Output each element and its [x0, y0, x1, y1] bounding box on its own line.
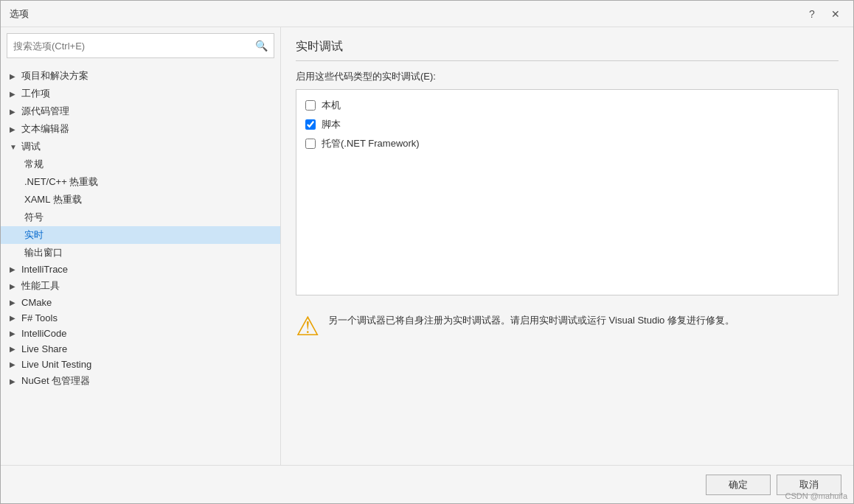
tree-item-symbol[interactable]: 符号	[1, 209, 280, 226]
warning-icon: ⚠	[296, 313, 319, 340]
sidebar: 🔍 ▶ 项目和解决方案 ▶ 工作项 ▶ 源代码管理	[1, 27, 281, 465]
tree-item-label: IntelliTrace	[21, 264, 68, 275]
tree-item-label: 常规	[24, 158, 44, 171]
tree-item-label: 实时	[24, 228, 44, 242]
options-dialog: 选项 ? ✕ 🔍 ▶ 项目和解决方案 ▶ 工作项	[0, 0, 854, 504]
arrow-icon: ▶	[10, 314, 18, 322]
arrow-icon: ▶	[10, 377, 18, 385]
checkbox-managed-label[interactable]: 托管(.NET Framework)	[322, 137, 420, 150]
arrow-icon: ▶	[10, 360, 18, 368]
tree-item-label: IntelliCode	[21, 328, 66, 339]
arrow-icon: ▶	[10, 125, 18, 133]
tree-item-project[interactable]: ▶ 项目和解决方案	[1, 67, 280, 85]
checkbox-script-label[interactable]: 脚本	[322, 118, 341, 131]
tree-item-label: CMake	[21, 297, 52, 308]
watermark: CSDN @mahuifa	[785, 491, 847, 500]
checkbox-row-script: 脚本	[302, 115, 832, 134]
warning-text: 另一个调试器已将自身注册为实时调试器。请启用实时调试或运行 Visual Stu…	[328, 313, 735, 329]
tree-item-intellicode[interactable]: ▶ IntelliCode	[1, 326, 280, 341]
checkbox-list: 本机 脚本 托管(.NET Framework)	[296, 89, 839, 295]
tree-item-cmake[interactable]: ▶ CMake	[1, 295, 280, 310]
checkbox-row-managed: 托管(.NET Framework)	[302, 134, 832, 153]
dialog-footer: 确定 取消	[1, 465, 853, 503]
arrow-icon: ▶	[10, 282, 18, 290]
dialog-body: 🔍 ▶ 项目和解决方案 ▶ 工作项 ▶ 源代码管理	[1, 27, 853, 465]
arrow-icon: ▶	[10, 72, 18, 80]
checkbox-native[interactable]	[305, 100, 316, 111]
title-bar: 选项 ? ✕	[1, 1, 853, 27]
help-button[interactable]: ?	[803, 5, 821, 23]
tree-item-label: 工作项	[21, 87, 50, 100]
arrow-icon: ▶	[10, 90, 18, 98]
arrow-icon: ▼	[10, 143, 18, 151]
tree-item-perf[interactable]: ▶ 性能工具	[1, 277, 280, 295]
tree-item-netcpp[interactable]: .NET/C++ 热重载	[1, 173, 280, 191]
tree-item-label: Live Unit Testing	[21, 359, 91, 370]
tree-item-label: .NET/C++ 热重载	[24, 175, 98, 189]
arrow-icon: ▶	[10, 108, 18, 116]
arrow-icon: ▶	[10, 265, 18, 273]
tree-item-label: 调试	[21, 140, 41, 153]
tree-item-realtime[interactable]: 实时	[1, 226, 280, 244]
tree-item-debug[interactable]: ▼ 调试	[1, 138, 280, 155]
tree-item-fsharp[interactable]: ▶ F# Tools	[1, 310, 280, 326]
tree-item-label: Live Share	[21, 343, 67, 354]
search-input[interactable]	[13, 41, 255, 52]
tree-item-label: NuGet 包管理器	[21, 374, 90, 388]
search-icon: 🔍	[255, 40, 268, 52]
tree-item-label: 输出窗口	[24, 246, 63, 259]
ok-button[interactable]: 确定	[706, 475, 771, 495]
tree-item-label: 性能工具	[21, 279, 60, 293]
checkbox-script[interactable]	[305, 119, 316, 130]
tree-item-label: 源代码管理	[21, 105, 69, 118]
tree-item-xaml[interactable]: XAML 热重载	[1, 191, 280, 209]
checkbox-row-native: 本机	[302, 96, 832, 115]
tree-item-label: F# Tools	[21, 312, 58, 323]
checkbox-native-label[interactable]: 本机	[322, 99, 341, 112]
tree-item-label: 文本编辑器	[21, 122, 69, 136]
tree-item-liveshare[interactable]: ▶ Live Share	[1, 341, 280, 357]
tree-item-general[interactable]: 常规	[1, 155, 280, 173]
dialog-title: 选项	[10, 7, 803, 21]
tree-item-label: 项目和解决方案	[21, 69, 88, 83]
tree: ▶ 项目和解决方案 ▶ 工作项 ▶ 源代码管理 ▶ 文本编辑器	[1, 64, 280, 465]
tree-item-nuget[interactable]: ▶ NuGet 包管理器	[1, 372, 280, 390]
arrow-icon: ▶	[10, 329, 18, 337]
tree-item-source[interactable]: ▶ 源代码管理	[1, 102, 280, 120]
checkbox-managed[interactable]	[305, 139, 316, 149]
arrow-icon: ▶	[10, 345, 18, 353]
tree-item-output[interactable]: 输出窗口	[1, 244, 280, 262]
tree-item-label: XAML 热重载	[24, 193, 82, 206]
tree-item-intellitrace[interactable]: ▶ IntelliTrace	[1, 262, 280, 277]
title-bar-controls: ? ✕	[803, 5, 844, 23]
tree-item-work[interactable]: ▶ 工作项	[1, 85, 280, 102]
tree-item-label: 符号	[24, 211, 44, 224]
tree-item-liveunit[interactable]: ▶ Live Unit Testing	[1, 357, 280, 372]
content-title: 实时调试	[296, 39, 839, 61]
content-panel: 实时调试 启用这些代码类型的实时调试(E): 本机 脚本 托管(.NET Fra…	[281, 27, 853, 465]
arrow-icon: ▶	[10, 298, 18, 307]
tree-item-editor[interactable]: ▶ 文本编辑器	[1, 120, 280, 138]
close-button[interactable]: ✕	[827, 5, 844, 23]
search-box[interactable]: 🔍	[7, 33, 274, 58]
warning-box: ⚠ 另一个调试器已将自身注册为实时调试器。请启用实时调试或运行 Visual S…	[296, 307, 839, 346]
section-label: 启用这些代码类型的实时调试(E):	[296, 70, 839, 83]
